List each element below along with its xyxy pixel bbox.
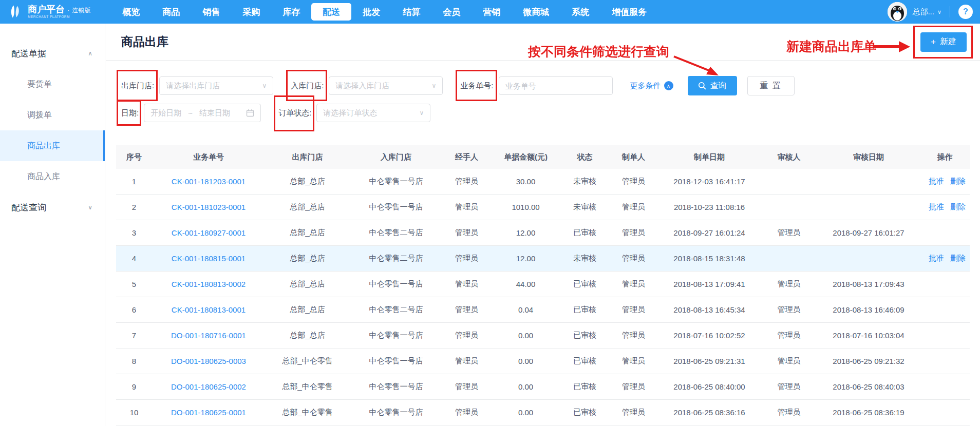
date-range-input[interactable]: 开始日期 ~ 结束日期	[144, 104, 261, 122]
sidebar-item-goods-inbound[interactable]: 商品入库	[0, 161, 105, 192]
user-avatar[interactable]	[888, 2, 907, 22]
nav-item[interactable]: 批发	[351, 0, 391, 24]
filter-out-store: 出库门店: 请选择出库门店 ∨	[121, 76, 273, 95]
cell-amount: 0.00	[491, 408, 560, 417]
order-number-link[interactable]: DO-001-180625-0002	[171, 382, 246, 391]
cell-auditor: 管理员	[761, 228, 817, 238]
approve-link[interactable]: 批准	[929, 177, 944, 185]
cell-out-store: 总部_中仑零售	[265, 408, 350, 417]
user-caret-down-icon: ∨	[937, 9, 941, 15]
sidebar-item-transfer-order[interactable]: 调拨单	[0, 100, 105, 130]
cell-handler: 管理员	[442, 331, 491, 340]
nav-item[interactable]: 库存	[271, 0, 311, 24]
approve-link[interactable]: 批准	[929, 202, 944, 211]
column-header: 审核日期	[817, 152, 920, 162]
cell-status: 已审核	[560, 228, 609, 238]
delete-link[interactable]: 删除	[950, 202, 966, 211]
cell-status: 未审核	[560, 177, 609, 186]
cell-status: 已审核	[560, 279, 609, 289]
nav-item[interactable]: 概览	[111, 0, 151, 24]
in-store-select[interactable]: 请选择入库门店 ∨	[329, 76, 443, 95]
end-date-placeholder: 结束日期	[199, 108, 230, 118]
table-row: 4 CK-001-180815-0001 总部_总店 中仑零售二号店 管理员 1…	[116, 246, 970, 272]
nav-item[interactable]: 微商城	[512, 0, 560, 24]
sidebar-group-delivery-docs[interactable]: 配送单据 ∧	[0, 38, 105, 69]
cell-audit-date: 2018-06-25 09:21:32	[817, 357, 920, 365]
out-store-select[interactable]: 请选择出库门店 ∨	[159, 76, 273, 95]
order-number-link[interactable]: CK-001-181203-0001	[172, 177, 246, 186]
order-status-select[interactable]: 请选择订单状态 ∨	[316, 104, 430, 122]
column-header: 制单日期	[658, 152, 761, 162]
order-no-input[interactable]	[499, 76, 613, 95]
cell-creator: 管理员	[609, 279, 658, 289]
sidebar-group-delivery-query[interactable]: 配送查询 ∨	[0, 192, 105, 223]
table-row: 6 CK-001-180813-0001 总部_总店 中仑零售二号店 管理员 0…	[116, 297, 970, 323]
table-row: 1 CK-001-181203-0001 总部_总店 中仑零售一号店 管理员 3…	[116, 169, 970, 195]
nav-item-label: 会员	[443, 6, 460, 18]
cell-create-date: 2018-06-25 08:36:16	[658, 408, 761, 417]
order-number-link[interactable]: CK-001-180815-0001	[172, 254, 246, 263]
nav-item-label: 采购	[242, 6, 260, 18]
create-button-label: 新建	[940, 36, 956, 47]
page-title: 商品出库	[121, 34, 168, 50]
order-number-link[interactable]: DO-001-180625-0001	[171, 408, 246, 417]
column-header: 业务单号	[152, 152, 265, 162]
nav-item[interactable]: 营销	[472, 0, 512, 24]
filter-in-store: 入库门店: 请选择入库门店 ∨	[291, 76, 443, 95]
cell-creator: 管理员	[609, 202, 658, 212]
order-number-link[interactable]: DO-001-180716-0001	[171, 331, 246, 340]
order-number-link[interactable]: CK-001-180813-0002	[172, 280, 246, 288]
delete-link[interactable]: 删除	[950, 177, 966, 185]
cell-actions	[920, 382, 970, 391]
cell-handler: 管理员	[442, 279, 491, 289]
nav-item-label: 增值服务	[612, 6, 647, 18]
cell-audit-date: 2018-06-25 08:36:19	[817, 408, 920, 417]
cell-status: 已审核	[560, 408, 609, 417]
nav-item[interactable]: 增值服务	[600, 0, 658, 24]
cell-index: 6	[116, 305, 152, 314]
select-caret-icon: ∨	[432, 82, 437, 89]
delete-link[interactable]: 删除	[950, 254, 966, 262]
nav-item[interactable]: 会员	[431, 0, 472, 24]
start-date-placeholder: 开始日期	[150, 108, 181, 118]
cell-actions: 批准 删除	[920, 177, 970, 186]
filter-date: 日期: 开始日期 ~ 结束日期	[121, 104, 261, 122]
cell-amount: 12.00	[491, 228, 560, 237]
reset-button[interactable]: 重 置	[747, 76, 795, 95]
nav-item[interactable]: 商品	[151, 0, 191, 24]
search-button[interactable]: 查询	[688, 76, 737, 95]
cell-creator: 管理员	[609, 305, 658, 315]
nav-item[interactable]: 结算	[391, 0, 431, 24]
create-button[interactable]: + 新建	[920, 32, 967, 52]
user-name[interactable]: 总部...	[912, 7, 934, 17]
order-number-link[interactable]: DO-001-180625-0003	[171, 357, 246, 365]
approve-link[interactable]: 批准	[929, 254, 944, 262]
sidebar-item-goods-outbound[interactable]: 商品出库	[0, 130, 105, 161]
cell-handler: 管理员	[442, 305, 491, 315]
nav-item[interactable]: 采购	[231, 0, 271, 24]
nav-item-label: 系统	[572, 6, 589, 18]
order-number-link[interactable]: CK-001-181023-0001	[172, 203, 246, 211]
column-header: 出库门店	[265, 152, 350, 162]
order-number-link[interactable]: CK-001-180927-0001	[172, 228, 246, 237]
chevron-down-icon: ∨	[88, 204, 92, 211]
cell-actions	[920, 408, 970, 417]
help-button[interactable]: ?	[958, 5, 973, 19]
table-row: 3 CK-001-180927-0001 总部_总店 中仑零售二号店 管理员 1…	[116, 220, 970, 246]
cell-index: 8	[116, 357, 152, 365]
cell-out-store: 总部_总店	[265, 254, 350, 263]
sidebar-item-request-order[interactable]: 要货单	[0, 69, 105, 100]
more-filters-link[interactable]: 更多条件 ∧	[630, 81, 673, 91]
sidebar-item-label: 商品出库	[27, 141, 60, 151]
table-row: 7 DO-001-180716-0001 总部_总店 中仑零售一号店 管理员 0…	[116, 323, 970, 348]
cell-auditor: 管理员	[761, 356, 817, 366]
nav-item-label: 微商城	[523, 6, 549, 18]
nav-item[interactable]: 销售	[191, 0, 231, 24]
nav-item[interactable]: 系统	[560, 0, 600, 24]
cell-auditor: 管理员	[761, 331, 817, 340]
date-label: 日期:	[121, 108, 139, 118]
order-number-link[interactable]: CK-001-180813-0001	[172, 305, 246, 314]
cell-handler: 管理员	[442, 408, 491, 417]
nav-item[interactable]: 配送	[311, 3, 351, 21]
brand[interactable]: 商户平台 · 连锁版 MERCHANT PLATFORM	[0, 4, 90, 20]
